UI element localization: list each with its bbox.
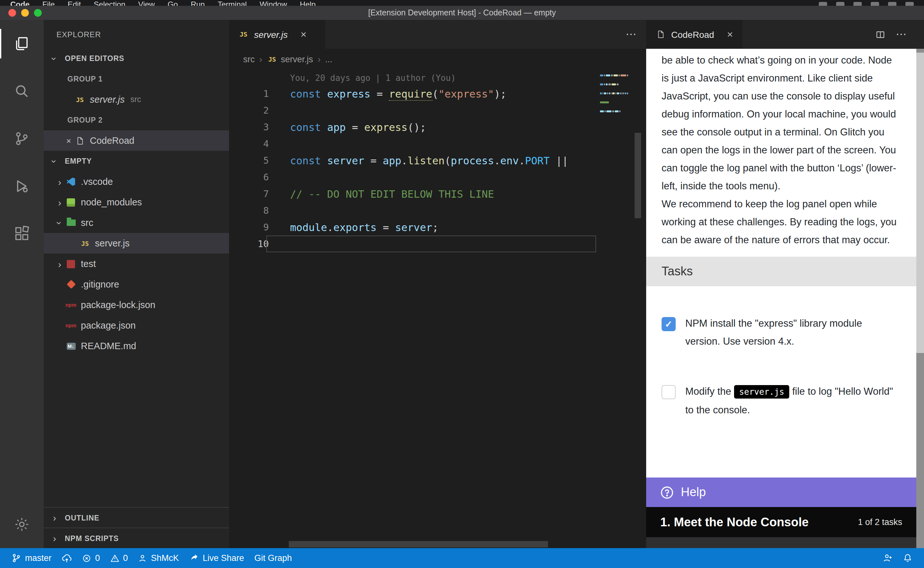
breadcrumb-item--[interactable]: ... [325,54,332,64]
menu-item-view[interactable]: View [138,0,155,6]
close-window-button[interactable] [8,9,16,17]
activity-explorer[interactable] [0,20,44,67]
status-cloud-upload[interactable] [57,548,77,568]
help-icon [660,485,674,499]
help-label: Help [681,485,706,499]
vscode-file-icon [65,177,76,187]
breadcrumb-item-src[interactable]: src [243,54,255,64]
tab-server-js[interactable]: JS server.js × [229,20,325,49]
more-actions-icon[interactable]: ⋯ [896,27,907,41]
activity-search[interactable] [0,67,44,115]
menubar-status-icon [836,2,844,6]
code-line-9[interactable]: 9module.exports = server; [229,219,646,236]
item-label: .gitignore [81,279,119,290]
tree-item--gitignore[interactable]: .gitignore [44,274,229,295]
token: = [371,88,389,100]
status-label: 0 [123,553,128,563]
minimap-token [605,110,606,112]
menu-item-edit[interactable]: Edit [68,0,81,6]
minimap-line [600,110,628,112]
code-line-8[interactable]: 8 [229,202,646,219]
status-person-add[interactable] [878,553,898,563]
status-bell[interactable] [898,553,918,563]
minimap[interactable] [600,74,628,119]
tree-item-src[interactable]: ›src [44,213,229,233]
token: env [500,154,519,166]
menu-item-go[interactable]: Go [167,0,178,6]
menu-item-help[interactable]: Help [300,0,316,6]
help-bar[interactable]: Help [646,477,916,507]
breadcrumb-label: src [243,54,255,64]
webview-scrollbar[interactable] [916,20,924,548]
editor-vertical-scrollbar[interactable] [633,69,642,541]
menu-item-selection[interactable]: Selection [94,0,125,6]
close-tab-icon[interactable]: × [301,29,307,40]
workspace-header[interactable]: ›EMPTY [44,151,229,171]
titlebar[interactable]: [Extension Development Host] - CodeRoad … [0,6,924,20]
status-live-share[interactable]: Live Share [184,548,249,568]
tree-item-node_modules[interactable]: ›node_modules [44,192,229,213]
status-master[interactable]: master [6,548,57,568]
editor-horizontal-scrollbar[interactable] [229,541,607,548]
open-editor-server-js[interactable]: JSserver.jssrc [44,89,229,110]
activity-settings-gear[interactable] [0,501,44,548]
code-line-3[interactable]: 3const app = express(); [229,119,646,135]
tree-item-readme-md[interactable]: M↓README.md [44,336,229,356]
scrollbar-thumb[interactable] [916,53,924,353]
menu-item-window[interactable]: Window [259,0,287,6]
code-line-1[interactable]: 1const express = require("express"); [229,85,646,102]
close-tab-icon[interactable]: × [727,29,733,40]
tree-item-test[interactable]: ›test [44,254,229,274]
section-outline[interactable]: ›OUTLINE [44,507,229,527]
tree-item-package-lock-json[interactable]: npmpackage-lock.json [44,295,229,315]
checkbox-checked[interactable]: ✓ [662,317,676,331]
window-controls [8,9,42,17]
status-shmck[interactable]: ShMcK [133,548,184,568]
open-editors-group-2[interactable]: GROUP 2 [44,110,229,130]
scrollbar-track[interactable] [916,49,924,548]
code-line-4[interactable]: 4 [229,135,646,152]
menu-item-run[interactable]: Run [191,0,205,6]
section-npm-scripts[interactable]: ›NPM SCRIPTS [44,527,229,548]
menu-item-file[interactable]: File [42,0,55,6]
split-editor-icon[interactable] [875,29,885,39]
minimize-window-button[interactable] [21,9,29,17]
horizontal-scrollbar-thumb[interactable] [289,541,548,547]
tab-coderoad[interactable]: CodeRoad × [646,20,742,49]
npm-file-icon: npm [65,300,76,310]
file-icon [655,29,666,39]
token: module [290,221,327,233]
status-0[interactable]: 0 [105,548,133,568]
minimap-line [600,74,628,76]
token: require [389,88,432,100]
status-0[interactable]: 0 [77,548,105,568]
activity-extensions[interactable] [0,210,44,257]
status-git-graph[interactable]: Git Graph [249,548,297,568]
zoom-window-button[interactable] [34,9,42,17]
activity-run-debug[interactable] [0,162,44,210]
code-line-6[interactable]: 6 [229,169,646,186]
code-line-10[interactable]: 10 [229,236,646,252]
activity-source-control[interactable] [0,115,44,162]
code-line-5[interactable]: 5const server = app.listen(process.env.P… [229,152,646,169]
code-line-2[interactable]: 2 [229,102,646,119]
open-editors-group-1[interactable]: GROUP 1 [44,69,229,89]
more-actions-icon[interactable]: ⋯ [626,27,637,41]
open-editors-header[interactable]: ›OPEN EDITORS [44,48,229,69]
vertical-scrollbar-thumb[interactable] [635,133,641,218]
code-line-7[interactable]: 7// -- DO NOT EDIT BELOW THIS LINE [229,186,646,202]
close-editor-icon[interactable]: × [63,136,74,145]
run-debug-icon [14,178,30,195]
code-editor[interactable]: You, 20 days ago | 1 author (You) 1const… [229,69,646,548]
open-editor-coderoad[interactable]: ×CodeRoad [44,130,229,151]
checkbox-unchecked[interactable] [662,385,676,399]
tree-item--vscode[interactable]: ›.vscode [44,171,229,192]
tree-item-package-json[interactable]: npmpackage.json [44,315,229,336]
status-label: ShMcK [151,553,179,563]
js-file-icon: JS [74,94,85,104]
menu-item-code[interactable]: Code [10,0,30,6]
menu-item-terminal[interactable]: Terminal [217,0,247,6]
minimap-token [627,92,628,94]
tree-item-server-js[interactable]: JSserver.js [44,233,229,254]
breadcrumb-item-server-js[interactable]: JSserver.js [267,54,313,64]
